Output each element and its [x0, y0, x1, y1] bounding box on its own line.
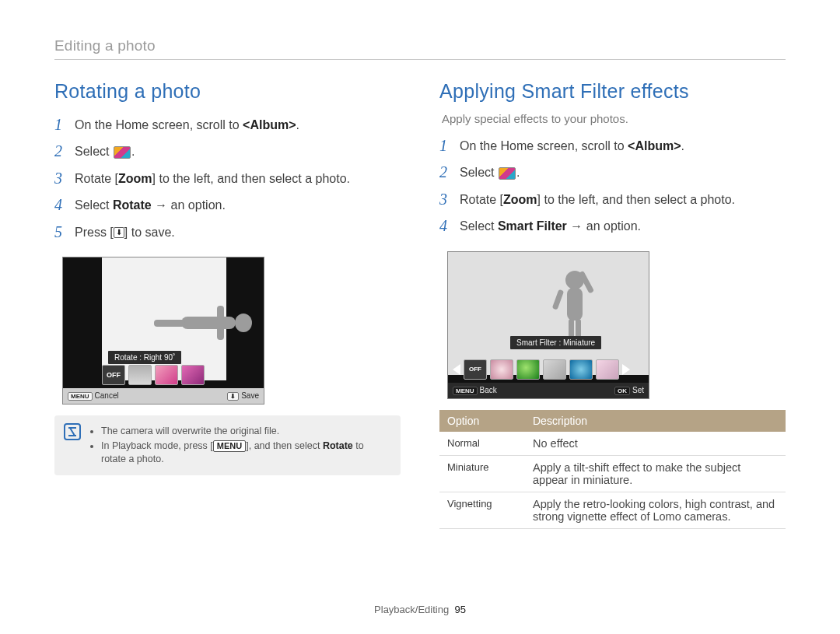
table-row: Normal No effect [439, 432, 786, 456]
cancel-label: Cancel [95, 391, 119, 400]
heading-rotating: Rotating a photo [54, 80, 401, 103]
thumb-1 [490, 359, 513, 380]
text: . [516, 166, 520, 179]
thumb-3 [181, 365, 205, 385]
opt-desc: No effect [525, 432, 786, 456]
table-row: Miniature Apply a tilt-shift effect to m… [439, 455, 786, 492]
text: . [296, 118, 299, 131]
text: Select [75, 198, 113, 212]
text: On the Home screen, scroll to [75, 118, 243, 131]
note-icon [64, 423, 81, 440]
note-line-2: In Playback mode, press [MENU], and then… [101, 440, 391, 466]
lcd-thumb-row: OFF [453, 358, 644, 381]
sf-step-2: Select . [439, 159, 786, 186]
person-silhouette-icon [150, 304, 255, 342]
smartfilter-lcd-screenshot: Smart Filter : Miniature OFF MENUBack OK… [447, 251, 649, 399]
menu-button-icon: MENU [453, 387, 478, 395]
text: ], and then select [246, 440, 323, 451]
svg-rect-1 [181, 317, 236, 329]
sf-step-4: Select Smart Filter → an option. [439, 213, 786, 240]
thumb-2 [155, 365, 178, 385]
rotate-label: Rotate [323, 440, 353, 451]
rotate-step-2: Select . [54, 138, 401, 165]
rotate-steps: On the Home screen, scroll to <Album>. S… [54, 112, 401, 246]
thumb-1 [128, 365, 152, 385]
note-box: The camera will overwrite the original f… [54, 415, 401, 475]
thumb-2 [516, 359, 540, 380]
thumb-5 [596, 359, 619, 380]
edit-icon [499, 167, 516, 180]
svg-rect-4 [217, 317, 224, 340]
text: → an option. [567, 219, 641, 233]
set-label: Set [632, 386, 644, 394]
rotate-lcd-screenshot: Rotate : Right 90˚ OFF MENUCancel ⬇Save [62, 257, 264, 405]
smartfilter-label: Smart Filter [498, 219, 567, 233]
sf-step-3: Rotate [Zoom] to the left, and then sele… [439, 187, 786, 213]
text: ] to save. [124, 226, 175, 239]
opt-name: Vignetting [439, 492, 525, 528]
album-tag: <Album> [243, 118, 296, 131]
opt-desc: Apply the retro-looking colors, high con… [525, 492, 786, 528]
opt-desc: Apply a tilt-shift effect to make the su… [525, 455, 786, 492]
text: Select [460, 166, 498, 179]
text: On the Home screen, scroll to [460, 139, 628, 152]
lcd-filter-label: Smart Filter : Miniature [510, 336, 601, 349]
text: In Playback mode, press [ [101, 440, 213, 451]
breadcrumb: Editing a photo [54, 37, 786, 60]
rotate-step-4: Select Rotate → an option. [54, 192, 401, 219]
album-tag: <Album> [628, 139, 681, 152]
table-row: Vignetting Apply the retro-looking color… [439, 492, 786, 528]
thumb-off: OFF [102, 365, 125, 385]
rotate-step-3: Rotate [Zoom] to the left, and then sele… [54, 166, 401, 192]
thumb-off: OFF [464, 359, 487, 380]
rotate-step-1: On the Home screen, scroll to <Album>. [54, 112, 401, 138]
text: Press [ [75, 226, 114, 239]
rotate-label: Rotate [113, 198, 152, 212]
lcd-photo-area [448, 252, 649, 375]
save-label: Save [241, 391, 259, 400]
menu-button-icon: MENU [68, 392, 93, 401]
opt-name: Miniature [439, 455, 525, 492]
svg-rect-9 [552, 289, 564, 310]
smartfilter-steps: On the Home screen, scroll to <Album>. S… [439, 133, 786, 240]
smartfilter-intro: Apply special effects to your photos. [442, 112, 786, 125]
text: Select [75, 145, 113, 158]
note-line-1: The camera will overwrite the original f… [101, 425, 391, 438]
text: Select [460, 219, 498, 233]
lcd-footer: MENUBack OKSet [448, 383, 649, 398]
rotate-step-5: Press [⬇] to save. [54, 219, 401, 246]
text: ] to the left, and then select a photo. [152, 172, 350, 185]
thumb-4 [569, 359, 593, 380]
lcd-footer: MENUCancel ⬇Save [63, 388, 264, 404]
svg-rect-2 [154, 320, 185, 327]
th-option: Option [439, 410, 525, 432]
edit-icon [114, 146, 131, 159]
opt-name: Normal [439, 432, 525, 456]
save-button-icon: ⬇ [227, 392, 239, 401]
text: Rotate [ [75, 172, 118, 185]
zoom-label: Zoom [118, 172, 152, 185]
text: . [131, 145, 135, 158]
text: Rotate [ [460, 193, 503, 206]
page-footer: Playback/Editing 95 [0, 604, 840, 615]
lcd-rotate-label: Rotate : Right 90˚ [108, 351, 181, 364]
thumb-3 [543, 359, 566, 380]
th-description: Description [525, 410, 786, 432]
scroll-left-icon [453, 364, 460, 375]
sf-step-1: On the Home screen, scroll to <Album>. [439, 133, 786, 159]
text: → an option. [152, 198, 226, 212]
back-label: Back [480, 386, 497, 394]
right-column: Applying Smart Filter effects Apply spec… [439, 74, 786, 529]
text: ] to the left, and then select a photo. [537, 193, 735, 206]
footer-page-number: 95 [454, 604, 465, 615]
save-icon: ⬇ [114, 227, 124, 238]
heading-smartfilter: Applying Smart Filter effects [439, 80, 786, 103]
text: . [681, 139, 684, 152]
lcd-thumb-row: OFF [102, 363, 259, 387]
options-table: Option Description Normal No effect Mini… [439, 410, 786, 529]
menu-button-icon: MENU [213, 440, 246, 452]
svg-point-0 [235, 313, 252, 332]
footer-section: Playback/Editing [374, 604, 449, 615]
ok-button-icon: OK [614, 387, 630, 395]
svg-rect-6 [567, 288, 583, 321]
